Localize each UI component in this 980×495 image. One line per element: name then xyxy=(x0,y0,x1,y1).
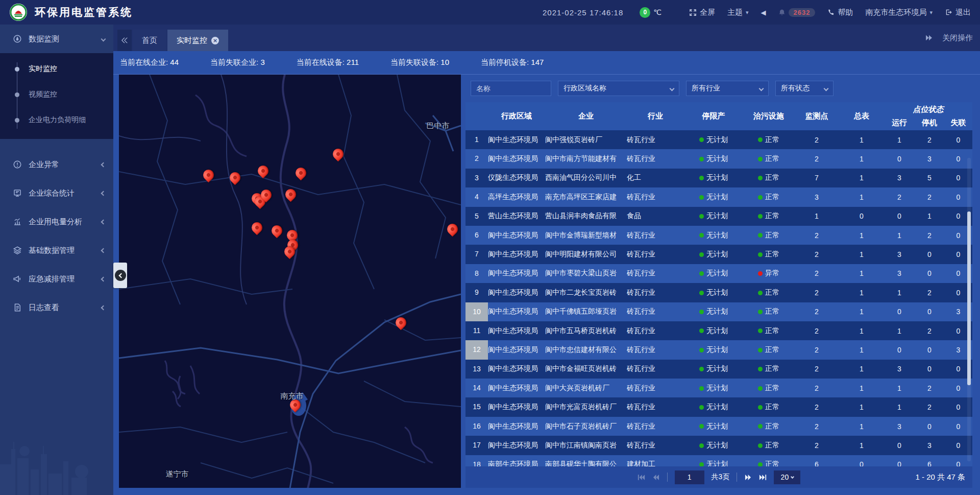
table-row[interactable]: 12 阆中生态环境局 阆中市忠信建材有限公 砖瓦行业 无计划 正常 2 1 0 … xyxy=(465,340,972,359)
table-header: 行政区域 企业 行业 停限产 治污设施 监测点 总表 点位状态 运行 停机 失联 xyxy=(465,102,972,130)
map-pin-icon[interactable] xyxy=(250,220,265,235)
tab-realtime-monitoring[interactable]: 实时监控 × xyxy=(167,30,228,51)
row-total-meters: 1 xyxy=(839,422,884,431)
row-number: 12 xyxy=(465,340,488,359)
close-tab-icon[interactable]: × xyxy=(211,37,219,44)
sidebar-item-power-load-detail[interactable]: 企业电力负荷明细 xyxy=(0,107,113,133)
table-row[interactable]: 16 阆中生态环境局 阆中市石子页岩机砖厂 砖瓦行业 无计划 正常 2 1 3 … xyxy=(465,417,972,436)
row-limit-status: 无计划 xyxy=(684,326,743,336)
double-arrow-right-icon[interactable] xyxy=(925,35,933,41)
col-header-facility: 治污设施 xyxy=(743,111,794,121)
sidebar-item-enterprise-statistics[interactable]: 企业综合统计 xyxy=(0,179,113,207)
org-dropdown[interactable]: 南充市生态环境局 ▾ xyxy=(865,8,933,17)
table-row[interactable]: 10 阆中生态环境局 阆中千佛镇五郎垭页岩 砖瓦行业 无计划 正常 2 1 0 … xyxy=(465,302,972,321)
table-row[interactable]: 4 高坪生态环境局 南充市高坪区王家店建 砖瓦行业 无计划 正常 3 1 2 2… xyxy=(465,187,972,206)
map-pin-icon[interactable] xyxy=(270,223,285,239)
row-limit-status: 无计划 xyxy=(684,422,743,431)
chevron-down-icon xyxy=(791,475,794,478)
table-row[interactable]: 15 阆中生态环境局 阆中市光富页岩机砖厂 砖瓦行业 无计划 正常 2 1 1 … xyxy=(465,397,972,416)
close-operations-dropdown[interactable]: 关闭操作 xyxy=(942,33,973,43)
status-dot-icon xyxy=(699,157,704,161)
row-stopped-count: 2 xyxy=(915,193,944,201)
status-dot-icon xyxy=(699,328,704,333)
table-row[interactable]: 9 阆中生态环境局 阆中市二龙长宝页岩砖 砖瓦行业 无计划 正常 2 1 1 2… xyxy=(465,283,972,302)
table-row[interactable]: 18 南部生态环境局 南部县砚华土陶有限公 建材加工 无计划 正常 6 0 0 … xyxy=(465,455,972,466)
row-facility-status: 正常 xyxy=(743,441,794,450)
current-page-input[interactable]: 1 xyxy=(675,470,704,484)
row-total-meters: 0 xyxy=(839,212,884,220)
sidebar-item-basic-data[interactable]: 基础数据管理 xyxy=(0,236,113,265)
sidebar-item-realtime-monitoring[interactable]: 实时监控 xyxy=(0,56,113,82)
table-row[interactable]: 11 阆中生态环境局 阆中市五马桥页岩机砖 砖瓦行业 无计划 正常 2 1 1 … xyxy=(465,321,972,340)
status-dot-icon xyxy=(758,367,763,371)
temperature: 0 ℃ xyxy=(640,7,662,18)
row-facility-status: 正常 xyxy=(743,422,794,431)
first-page-button[interactable] xyxy=(638,474,645,481)
row-enterprise: 阆中市枣碧大梁山页岩 xyxy=(545,269,627,278)
table-row[interactable]: 2 阆中生态环境局 阆中市南方节能建材有 砖瓦行业 无计划 正常 2 1 0 3… xyxy=(465,149,972,168)
sidebar-item-data-monitoring[interactable]: 数据监测 xyxy=(0,25,113,53)
page-size-select[interactable]: 20 xyxy=(774,470,800,484)
chevron-down-icon xyxy=(759,86,764,91)
help-button[interactable]: 帮助 xyxy=(827,8,853,17)
table-row[interactable]: 17 阆中生态环境局 阆中市江南镇阆南页岩 砖瓦行业 无计划 正常 2 1 0 … xyxy=(465,436,972,455)
table-row[interactable]: 1 阆中生态环境局 阆中强锐页岩砖厂 砖瓦行业 无计划 正常 2 1 1 2 0 xyxy=(465,130,972,149)
status-dot-icon xyxy=(758,137,763,142)
stat-stopped-devices: 当前停机设备147 xyxy=(481,58,544,67)
next-page-button[interactable] xyxy=(744,474,752,481)
sidebar-item-electricity-analysis[interactable]: 企业用电量分析 xyxy=(0,207,113,236)
row-enterprise: 南部县砚华土陶有限公 xyxy=(545,460,627,466)
prev-page-button[interactable] xyxy=(652,474,660,481)
map-pin-icon[interactable] xyxy=(201,167,216,182)
stat-offline-enterprises: 当前失联企业3 xyxy=(210,58,265,67)
status-dot-icon xyxy=(699,271,704,276)
table-row[interactable]: 3 仪陇生态环境局 西南油气田分公司川中 化工 无计划 正常 7 1 3 5 0 xyxy=(465,169,972,187)
map-pin-icon[interactable] xyxy=(256,163,271,178)
map-pin-icon[interactable] xyxy=(445,221,460,237)
map-pin-icon[interactable] xyxy=(330,146,346,161)
map-pin-icon[interactable] xyxy=(394,315,409,331)
row-monitor-points: 2 xyxy=(794,250,839,258)
theme-dropdown[interactable]: 主题 ▾ xyxy=(727,8,749,17)
name-search-input[interactable] xyxy=(471,81,551,96)
tab-home[interactable]: 首页 xyxy=(133,30,166,51)
logout-button[interactable]: 退出 xyxy=(945,8,971,17)
phone-icon xyxy=(827,9,835,16)
table-row[interactable]: 6 阆中生态环境局 阆中市金博瑞新型墙材 砖瓦行业 无计划 正常 2 1 1 2… xyxy=(465,226,972,245)
map[interactable]: 巴中市南充市遂宁市 xyxy=(119,75,461,488)
region-select[interactable]: 行政区域名称 xyxy=(558,81,679,96)
status-dot-icon xyxy=(699,137,704,142)
map-pin-icon[interactable] xyxy=(228,170,243,185)
notifications-button[interactable]: 2632 xyxy=(778,8,816,17)
table-row[interactable]: 8 阆中生态环境局 阆中市枣碧大梁山页岩 砖瓦行业 无计划 异常 2 1 3 0… xyxy=(465,264,972,283)
status-dot-icon xyxy=(699,291,704,295)
last-page-button[interactable] xyxy=(759,474,767,481)
map-pin-icon[interactable] xyxy=(283,186,298,202)
fullscreen-button[interactable]: 全屏 xyxy=(689,8,715,17)
status-select[interactable]: 所有状态 xyxy=(775,81,834,96)
table-scrollbar-thumb[interactable] xyxy=(967,211,971,385)
industry-select[interactable]: 所有行业 xyxy=(686,81,769,96)
col-header-meters: 总表 xyxy=(839,111,884,121)
table-row[interactable]: 13 阆中生态环境局 阆中市金福旺页岩机砖 砖瓦行业 无计划 正常 2 1 3 … xyxy=(465,360,972,379)
row-total-meters: 1 xyxy=(839,327,884,335)
sidebar-item-enterprise-anomaly[interactable]: 企业异常 xyxy=(0,150,113,179)
scroll-tabs-left-button[interactable] xyxy=(117,30,132,51)
status-dot-icon xyxy=(699,443,704,448)
row-number: 2 xyxy=(465,149,488,168)
row-stopped-count: 1 xyxy=(915,212,944,220)
collapse-map-button[interactable] xyxy=(113,263,127,288)
sidebar-item-log-view[interactable]: 日志查看 xyxy=(0,293,113,322)
map-pin-icon[interactable] xyxy=(293,165,308,180)
bell-icon xyxy=(778,9,786,16)
stat-online-devices: 当前在线设备211 xyxy=(297,58,359,67)
mute-button[interactable]: ◀ xyxy=(761,9,766,16)
table-row[interactable]: 7 阆中生态环境局 阆中明阳建材有限公司 砖瓦行业 无计划 正常 2 1 3 0… xyxy=(465,245,972,264)
row-region: 阆中生态环境局 xyxy=(488,364,545,373)
sidebar-item-emergency-reduction[interactable]: 应急减排管理 xyxy=(0,265,113,293)
table-row[interactable]: 14 阆中生态环境局 阆中大兴页岩机砖厂 砖瓦行业 无计划 正常 2 1 1 2… xyxy=(465,379,972,397)
table-row[interactable]: 5 营山生态环境局 营山县润丰肉食品有限 食品 无计划 正常 1 0 0 1 0 xyxy=(465,207,972,226)
row-total-meters: 1 xyxy=(839,441,884,450)
sidebar-item-video-monitoring[interactable]: 视频监控 xyxy=(0,82,113,107)
row-industry: 砖瓦行业 xyxy=(627,231,684,240)
